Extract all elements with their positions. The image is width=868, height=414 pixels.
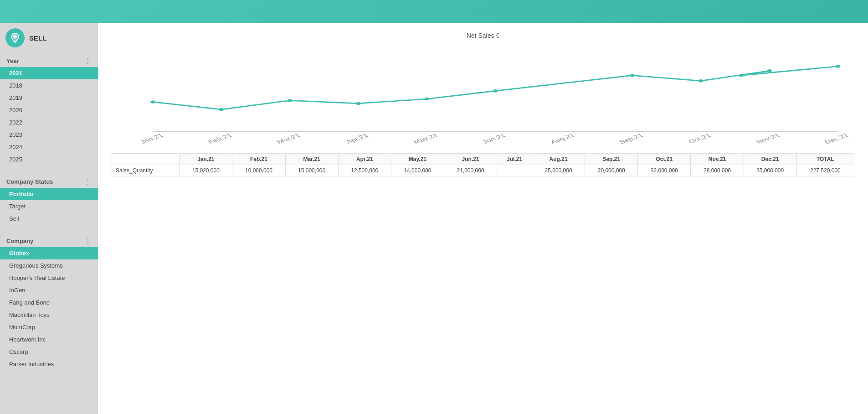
- sidebar-year-item[interactable]: 2019: [0, 92, 98, 104]
- table-header: May.21: [391, 154, 444, 165]
- table-header: Apr.21: [338, 154, 391, 165]
- sidebar-company-item[interactable]: Globex: [0, 247, 98, 259]
- sidebar-year-item[interactable]: 2025: [0, 153, 98, 166]
- table-cell: 28,000,000: [691, 165, 744, 176]
- sidebar-company-item[interactable]: Oscorp: [0, 346, 98, 358]
- table-header: Jul.21: [497, 154, 532, 165]
- company-status-section-header: Company Status ⋮: [0, 174, 98, 188]
- content-area: Net Sales €: [98, 23, 868, 414]
- table-cell: 15,000,000: [285, 165, 338, 176]
- data-table-container: Jan.21Feb.21Mar.21Apr.21May.21Jun.21Jul.…: [112, 153, 854, 176]
- sidebar-year-item[interactable]: 2024: [0, 141, 98, 153]
- chart-title: Net Sales €: [112, 32, 854, 39]
- svg-text:Jun.21: Jun.21: [481, 132, 507, 144]
- table-cell: 35,000,000: [744, 165, 796, 176]
- year-more-icon[interactable]: ⋮: [84, 57, 92, 65]
- table-header: [112, 154, 180, 165]
- sidebar-company-item[interactable]: Fang and Bone: [0, 296, 98, 309]
- year-list: 20212018201920202022202320242025: [0, 67, 98, 166]
- sidebar-company-status-item[interactable]: Portfolio: [0, 188, 98, 200]
- sidebar-year-item[interactable]: 2022: [0, 116, 98, 129]
- table-header: Oct.21: [638, 154, 691, 165]
- table-cell: 14,000,000: [391, 165, 444, 176]
- svg-text:Mar.21: Mar.21: [275, 132, 302, 144]
- company-section-header: Company ⋮: [0, 233, 98, 247]
- svg-point-9: [699, 79, 704, 83]
- table-row-label: Sales_Quantity: [112, 165, 180, 176]
- table-cell: 20,000,000: [585, 165, 638, 176]
- table-header: Nov.21: [691, 154, 744, 165]
- svg-point-11: [739, 74, 744, 77]
- table-cell: 227,520,000: [796, 165, 854, 176]
- svg-text:Oct.21: Oct.21: [687, 132, 712, 144]
- svg-text:Apr.21: Apr.21: [344, 132, 370, 144]
- top-bar: [0, 0, 868, 23]
- sidebar-company-status-item[interactable]: Sell: [0, 212, 98, 225]
- table-cell: [497, 165, 532, 176]
- svg-point-8: [630, 74, 635, 77]
- table-cell: 32,000,000: [638, 165, 691, 176]
- svg-point-6: [424, 98, 429, 101]
- sidebar-company-status-item[interactable]: Target: [0, 200, 98, 212]
- year-section-label: Year: [6, 57, 19, 64]
- chart-container: Jan.21 Feb.21 Mar.21 Apr.21 May.21 Jun.2…: [112, 44, 854, 144]
- table-header: Jun.21: [444, 154, 497, 165]
- table-cell: 12,500,000: [338, 165, 391, 176]
- svg-point-0: [14, 35, 16, 38]
- sidebar-year-item[interactable]: 2020: [0, 104, 98, 116]
- table-cell: 10,000,000: [232, 165, 285, 176]
- sidebar-company-item[interactable]: Parker Industries: [0, 358, 98, 370]
- sidebar-company-item[interactable]: Gregarious Systems: [0, 259, 98, 272]
- svg-point-2: [150, 100, 155, 104]
- table-header: Feb.21: [232, 154, 285, 165]
- svg-text:Dec.21: Dec.21: [822, 132, 850, 144]
- table-cell: 15,020,000: [180, 165, 232, 176]
- svg-text:Aug.21: Aug.21: [549, 132, 576, 144]
- sidebar-company-item[interactable]: MomCorp: [0, 321, 98, 333]
- chart-svg: Jan.21 Feb.21 Mar.21 Apr.21 May.21 Jun.2…: [112, 44, 854, 144]
- sidebar: SELL Year ⋮ 2021201820192020202220232024…: [0, 23, 98, 414]
- table-cell: 25,000,000: [532, 165, 585, 176]
- table-header: TOTAL: [796, 154, 854, 165]
- year-section-header: Year ⋮: [0, 53, 98, 67]
- sidebar-company-item[interactable]: Heartwork Inc: [0, 333, 98, 346]
- table-row: Sales_Quantity15,020,00010,000,00015,000…: [112, 165, 854, 176]
- svg-text:Jan.21: Jan.21: [139, 132, 164, 144]
- sidebar-header: SELL: [0, 23, 98, 53]
- table-cell: 21,000,000: [444, 165, 497, 176]
- company-section-label: Company: [6, 238, 33, 244]
- svg-point-7: [493, 89, 498, 93]
- sidebar-company-item[interactable]: InGen: [0, 284, 98, 296]
- svg-point-12: [835, 65, 840, 68]
- table-header: Dec.21: [744, 154, 796, 165]
- company-status-label: Company Status: [6, 178, 53, 185]
- sidebar-company-item[interactable]: Macmillan Toys: [0, 309, 98, 321]
- svg-point-3: [219, 108, 224, 111]
- table-header: Mar.21: [285, 154, 338, 165]
- sidebar-year-item[interactable]: 2021: [0, 67, 98, 79]
- svg-text:Sep.21: Sep.21: [617, 132, 645, 144]
- company-more-icon[interactable]: ⋮: [84, 237, 92, 245]
- table-header: Aug.21: [532, 154, 585, 165]
- svg-point-10: [767, 69, 772, 72]
- sidebar-company-item[interactable]: Hooper's Real Estate: [0, 272, 98, 284]
- sidebar-year-item[interactable]: 2018: [0, 79, 98, 92]
- svg-text:Feb.21: Feb.21: [206, 132, 233, 144]
- table-header: Jan.21: [180, 154, 232, 165]
- data-table: Jan.21Feb.21Mar.21Apr.21May.21Jun.21Jul.…: [112, 153, 854, 176]
- app-logo: [5, 28, 25, 47]
- svg-point-5: [356, 102, 361, 105]
- company-status-list: PortfolioTargetSell: [0, 188, 98, 225]
- sidebar-year-item[interactable]: 2023: [0, 129, 98, 141]
- svg-text:May.21: May.21: [411, 132, 439, 144]
- table-header: Sep.21: [585, 154, 638, 165]
- svg-text:Nov.21: Nov.21: [755, 132, 781, 144]
- company-list: GlobexGregarious SystemsHooper's Real Es…: [0, 247, 98, 370]
- svg-point-4: [288, 99, 293, 102]
- app-title: SELL: [29, 34, 46, 42]
- main-layout: SELL Year ⋮ 2021201820192020202220232024…: [0, 23, 868, 414]
- company-status-more-icon[interactable]: ⋮: [84, 177, 92, 186]
